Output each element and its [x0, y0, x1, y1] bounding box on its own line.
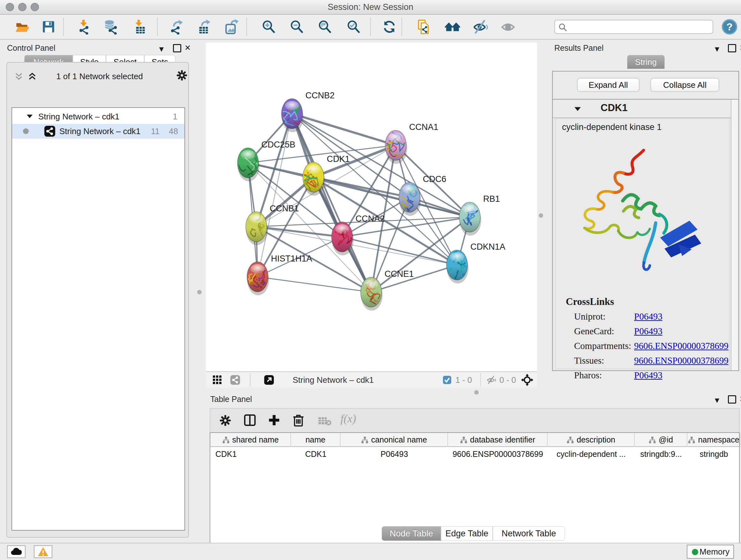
network-edge[interactable]: [258, 114, 292, 277]
results-scrollbar[interactable]: [731, 100, 738, 370]
show-columns-icon[interactable]: [244, 414, 256, 428]
network-edge[interactable]: [292, 114, 396, 145]
open-in-new-icon[interactable]: [264, 375, 274, 386]
network-graph[interactable]: CCNB2CCNA1CDC25BCDK1CDC6RB1CCNB1CCNA2CDK…: [206, 43, 537, 371]
table-cell[interactable]: P06493: [340, 448, 448, 460]
crosslink-link[interactable]: P06493: [634, 370, 663, 381]
network-options-gear-icon[interactable]: [176, 70, 188, 82]
hide-glass-button[interactable]: [473, 19, 488, 35]
toolbar-divider: [480, 373, 481, 387]
network-collection-row[interactable]: String Network – cdk1 1: [12, 109, 185, 124]
column-header-name[interactable]: name: [291, 433, 340, 447]
show-glass-button[interactable]: [500, 19, 516, 35]
string-home-button[interactable]: [445, 19, 460, 35]
float-panel-icon[interactable]: ▼: [158, 45, 165, 53]
table-cell[interactable]: stringdb: [687, 448, 740, 460]
crosslink-link[interactable]: P06493: [634, 311, 663, 322]
collapse-section-icon[interactable]: [574, 105, 582, 114]
export-image-button[interactable]: [223, 19, 239, 35]
tab-node-table[interactable]: Node Table: [382, 526, 441, 541]
collapse-all-networks-icon[interactable]: [14, 71, 23, 82]
warning-button[interactable]: [34, 545, 52, 558]
network-node-CCNB2[interactable]: CCNB2: [280, 91, 335, 132]
collection-name: String Network – cdk1: [38, 112, 119, 122]
tab-network-table[interactable]: Network Table: [493, 526, 565, 541]
zoom-in-button[interactable]: [261, 19, 276, 35]
function-builder-disabled: f(x): [340, 413, 356, 425]
tab-string[interactable]: String: [627, 55, 665, 69]
network-node-CDKN1A[interactable]: CDKN1A: [443, 242, 505, 284]
table-cell[interactable]: 9606.ENSP00000378699: [448, 448, 548, 460]
export-network-button[interactable]: [169, 19, 185, 35]
network-node-CCNE1[interactable]: CCNE1: [360, 269, 414, 311]
cloud-button[interactable]: [7, 545, 25, 558]
titlebar: Session: New Session: [0, 0, 741, 15]
crosslink-label: GeneCard:: [574, 326, 614, 336]
close-panel-icon[interactable]: ✕: [739, 395, 741, 403]
float-panel-icon[interactable]: ▼: [713, 45, 721, 53]
network-edge[interactable]: [256, 227, 342, 237]
bottom-splitter-handle[interactable]: [474, 390, 479, 395]
network-view[interactable]: CCNB2CCNA1CDC25BCDK1CDC6RB1CCNB1CCNA2CDK…: [206, 43, 537, 387]
table-cell[interactable]: CDK1: [291, 448, 340, 460]
collection-expander-icon[interactable]: [26, 112, 33, 122]
gene-section-header[interactable]: CDK1: [553, 100, 731, 118]
crosslink-link[interactable]: 9606.ENSP00000378699: [634, 341, 729, 351]
column-header-namespace[interactable]: namespace: [687, 433, 740, 447]
column-header-canonical-name[interactable]: canonical name: [340, 433, 448, 447]
network-row-selected[interactable]: String Network – cdk1 11 48: [12, 124, 185, 138]
column-header-database-identifier[interactable]: database identifier: [448, 433, 548, 447]
network-node-HIST1H1A[interactable]: HIST1H1A: [244, 254, 312, 295]
export-table-icon: [196, 19, 211, 35]
table-gear-icon[interactable]: [219, 415, 231, 428]
maximize-panel-icon[interactable]: [728, 44, 736, 52]
add-column-icon[interactable]: [268, 414, 280, 428]
hidden-eye-slash-icon[interactable]: [487, 375, 496, 386]
float-panel-icon[interactable]: ▼: [713, 396, 721, 404]
network-edge[interactable]: [292, 114, 371, 292]
zoom-selected-button[interactable]: [346, 19, 361, 35]
network-node-CDC6[interactable]: CDC6: [394, 174, 447, 219]
collapse-all-button[interactable]: Collapse All: [650, 78, 719, 92]
table-cell[interactable]: stringdb:9...: [635, 448, 687, 460]
table-cell[interactable]: CDK1: [210, 448, 291, 460]
crosslink-link[interactable]: 9606.ENSP00000378699: [634, 355, 729, 366]
help-button[interactable]: ?: [722, 19, 737, 35]
open-session-button[interactable]: [15, 19, 30, 35]
birdseye-grid-icon[interactable]: [212, 375, 222, 386]
right-splitter-handle[interactable]: [539, 213, 543, 218]
export-table-button[interactable]: [196, 19, 211, 35]
clone-network-button[interactable]: [416, 19, 431, 35]
close-panel-icon[interactable]: ✕: [739, 44, 741, 52]
crosslink-link[interactable]: P06493: [634, 326, 663, 336]
export-image-icon: [223, 19, 239, 35]
save-session-button[interactable]: [41, 19, 56, 35]
zoom-fit-button[interactable]: [317, 19, 333, 35]
import-network-button[interactable]: [76, 19, 91, 35]
maximize-panel-icon[interactable]: [173, 44, 181, 52]
network-edge[interactable]: [371, 265, 457, 292]
selected-checkbox-icon[interactable]: [443, 375, 452, 386]
column-header--id[interactable]: @id: [635, 433, 687, 447]
column-header-description[interactable]: description: [548, 433, 635, 447]
zoom-out-button[interactable]: [289, 19, 305, 35]
table-cell[interactable]: cyclin-dependent ...: [548, 448, 635, 460]
refresh-button[interactable]: [382, 19, 397, 35]
memory-button[interactable]: Memory: [687, 545, 734, 559]
network-node-RB1[interactable]: RB1: [459, 194, 500, 236]
left-splitter-handle[interactable]: [197, 290, 202, 294]
expand-all-networks-icon[interactable]: [27, 71, 37, 82]
import-table-button[interactable]: [132, 19, 147, 35]
delete-column-icon[interactable]: [292, 414, 305, 428]
expand-all-button[interactable]: Expand All: [577, 78, 639, 92]
tab-edge-table[interactable]: Edge Table: [441, 526, 493, 541]
column-header-shared-name[interactable]: shared name: [210, 433, 291, 447]
import-network-from-database-button[interactable]: [104, 19, 119, 35]
pan-crosshair-icon[interactable]: [521, 374, 533, 387]
toolbar-separator: [157, 18, 158, 36]
network-share-icon[interactable]: [230, 375, 240, 386]
close-panel-icon[interactable]: ✕: [185, 44, 191, 52]
maximize-panel-icon[interactable]: [728, 395, 736, 403]
search-input[interactable]: [570, 21, 709, 33]
network-edge[interactable]: [258, 277, 371, 292]
